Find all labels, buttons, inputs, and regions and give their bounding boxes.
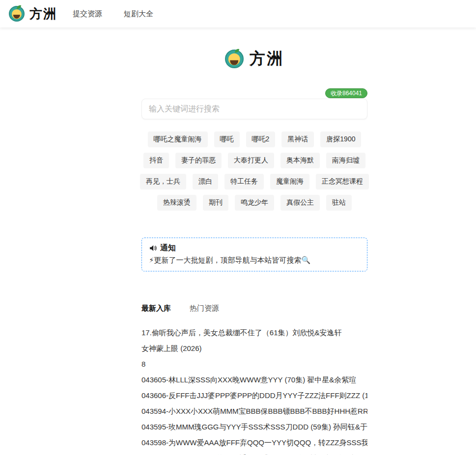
tag-button[interactable]: 再见，士兵: [140, 174, 186, 189]
tab-hot-resources[interactable]: 热门资源: [190, 304, 219, 313]
tag-button[interactable]: 真假公主: [280, 195, 320, 211]
list-item[interactable]: 043598-为WWW爱AAA放FFF弃QQQ一YYY切QQQ，转ZZZ身SSS…: [141, 435, 367, 451]
notice-head: 通知: [149, 243, 360, 253]
search-input[interactable]: [141, 99, 367, 119]
list-item[interactable]: 043605-林LLL深SSS向XXX晚WWW意YYY (70集) 翟中星&余紫…: [141, 372, 367, 388]
tag-button[interactable]: 黑神话: [281, 132, 314, 147]
list-item[interactable]: 043599-人RRR偶OOO的DDD诱YYY惑HHH (73集) 樊纾宁&金昊…: [141, 451, 367, 455]
tag-row: 再见，士兵 漂白 特工任务 魔童闹海 正念冥想课程: [141, 174, 367, 189]
tag-button[interactable]: 特工任务: [224, 174, 264, 189]
tag-row: 哪吒之魔童闹海 哪吒 哪吒2 黑神话 唐探1900: [141, 132, 367, 147]
tag-button[interactable]: 哪吒: [214, 132, 240, 147]
main-column: 方洲 收录864041 哪吒之魔童闹海 哪吒 哪吒2 黑神话 唐探1900 抖音…: [141, 48, 367, 455]
badge-row: 收录864041: [141, 88, 367, 98]
tag-row: 抖音 妻子的罪恶 大奉打更人 奥本海默 南海归墟: [141, 153, 367, 168]
brand-title: 方洲: [29, 5, 57, 23]
tag-button[interactable]: 热辣滚烫: [157, 195, 196, 211]
page: 方洲 提交资源 短剧大全 方洲 收录864041 哪吒之魔童闹海 哪吒 哪: [0, 0, 476, 455]
list-item[interactable]: 043595-玫MMM瑰GGG与YYY手SSS术SSS刀DDD (59集) 孙同…: [141, 419, 367, 435]
tag-button[interactable]: 驻站: [326, 195, 352, 211]
tag-button[interactable]: 大奉打更人: [228, 153, 274, 168]
speaker-icon: [149, 244, 157, 252]
tab-latest-additions[interactable]: 最新入库: [141, 304, 171, 313]
tag-button[interactable]: 魔童闹海: [270, 174, 309, 189]
list-item[interactable]: 女神蒙上眼 (2026): [141, 341, 367, 356]
notice-box: 通知 ⚡更新了一大批短剧，顶部导航与本站皆可搜索🔍: [141, 238, 367, 271]
indexed-count-badge: 收录864041: [325, 88, 367, 98]
tag-button[interactable]: 漂白: [193, 174, 218, 189]
tag-button[interactable]: 鸣龙少年: [235, 195, 274, 211]
brand-logo-icon: [9, 6, 25, 22]
tag-button[interactable]: 哪吒之魔童闹海: [148, 132, 208, 147]
tag-button[interactable]: 抖音: [143, 153, 169, 168]
hot-tags: 哪吒之魔童闹海 哪吒 哪吒2 黑神话 唐探1900 抖音 妻子的罪恶 大奉打更人…: [141, 132, 367, 211]
tag-button[interactable]: 唐探1900: [320, 132, 361, 147]
notice-title: 通知: [160, 243, 176, 253]
tag-row: 热辣滚烫 期刊 鸣龙少年 真假公主 驻站: [141, 195, 367, 211]
nav-item-submit-resource[interactable]: 提交资源: [73, 9, 102, 19]
nav-links: 提交资源 短剧大全: [73, 9, 153, 19]
list-item[interactable]: 8: [141, 356, 367, 372]
tag-button[interactable]: 南海归墟: [326, 153, 365, 168]
list-item[interactable]: 043606-反FFF击JJJ婆PPP婆PPP的DDD月YYY子ZZZ法FFF则…: [141, 388, 367, 403]
hero-title: 方洲: [250, 48, 284, 70]
tag-button[interactable]: 妻子的罪恶: [175, 153, 222, 168]
tabs: 最新入库 热门资源: [141, 304, 367, 313]
tag-button[interactable]: 哪吒2: [246, 132, 276, 147]
tag-button[interactable]: 奥本海默: [280, 153, 320, 168]
notice-body: ⚡更新了一大批短剧，顶部导航与本站皆可搜索🔍: [149, 256, 360, 265]
list-item[interactable]: 17.偷听我心声后，美女总裁绷不住了（61集）刘欣悦&安逸轩: [141, 325, 367, 341]
tag-button[interactable]: 正念冥想课程: [316, 174, 369, 189]
tag-button[interactable]: 期刊: [203, 195, 228, 211]
list-item[interactable]: 043594-小XXX小XXX萌MMM宝BBB保BBB镖BBB不BBB好HHH惹…: [141, 403, 367, 419]
nav-item-short-drama[interactable]: 短剧大全: [124, 9, 153, 19]
navbar: 方洲 提交资源 短剧大全: [0, 0, 476, 27]
hero: 方洲: [141, 48, 367, 70]
brand[interactable]: 方洲: [9, 5, 57, 23]
resource-list: 17.偷听我心声后，美女总裁绷不住了（61集）刘欣悦&安逸轩 女神蒙上眼 (20…: [141, 325, 367, 455]
hero-logo-icon: [225, 50, 244, 68]
